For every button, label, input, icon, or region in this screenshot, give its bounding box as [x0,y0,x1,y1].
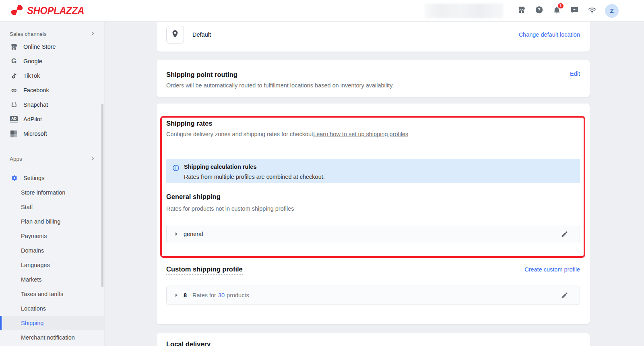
sidebar-item-online-store[interactable]: Online Store [0,39,104,54]
sidebar: Sales channels Online Store G Google Tik… [0,22,105,346]
edit-profile-button[interactable] [561,230,568,238]
sidebar-item-merchant-notification[interactable]: Merchant notification [0,330,104,345]
storefront-button[interactable] [512,2,530,20]
adpilot-icon: AD [10,116,18,122]
tiktok-icon [10,73,18,79]
sub-item-label: Taxes and tariffs [21,291,63,297]
messages-button[interactable] [566,2,583,20]
sidebar-item-store-information[interactable]: Store information [0,185,104,200]
sub-item-label: Store information [21,189,65,196]
location-pin-icon [171,29,180,40]
sidebar-section-apps[interactable]: Apps [0,153,104,164]
apps-label: Apps [10,156,22,162]
google-icon: G [10,57,18,65]
help-button[interactable]: ? [530,2,548,20]
products-count: 30 [218,292,225,298]
sidebar-item-label: Microsoft [23,131,47,137]
local-delivery-card: Local delivery [157,333,590,346]
custom-shipping-profile-title: Custom shipping profile [166,265,243,273]
edit-link[interactable]: Edit [570,70,580,77]
sub-item-label: Payments [21,233,47,239]
sub-item-label: Domains [21,247,44,254]
sidebar-item-payments[interactable]: Payments [0,229,104,243]
sidebar-item-plan-and-billing[interactable]: Plan and billing [0,214,104,229]
sidebar-item-languages[interactable]: Languages [0,258,104,272]
storefront-icon [10,43,18,51]
description-text: Configure delivery zones and shipping ra… [166,131,313,137]
shoplazza-logo-text: SHOPLAZZA [27,5,84,17]
shipping-rates-card: Shipping rates Configure delivery zones … [157,104,590,324]
sidebar-item-snapchat[interactable]: Snapchat [0,97,104,112]
section-title: Shipping point routing [166,71,237,79]
section-title: Shipping rates [166,120,213,127]
sidebar-item-microsoft[interactable]: Microsoft [0,126,104,141]
sidebar-item-label: TikTok [23,73,40,79]
sub-item-label: Languages [21,262,50,268]
sidebar-section-sales-channels[interactable]: Sales channels [0,28,104,39]
profile-row-label: general [184,231,203,237]
shoplazza-logo-icon [10,4,23,18]
banner-text: Rates from multiple profiles are combine… [184,174,325,180]
banner-title: Shipping calculation rules [184,164,256,170]
pencil-icon [561,230,568,238]
sidebar-item-facebook[interactable]: ∞ Facebook [0,83,104,97]
chevron-right-icon [90,155,95,162]
gear-icon [10,174,18,182]
sidebar-item-label: Settings [23,175,44,181]
custom-profile-row[interactable]: 8 Rates for 30 products [166,286,580,305]
shoplazza-logo[interactable]: SHOPLAZZA [10,4,84,18]
sidebar-item-google[interactable]: G Google [0,54,104,68]
wifi-icon [588,6,597,16]
rates-count: 8 [184,292,187,298]
sidebar-scrollbar[interactable] [101,104,103,287]
sidebar-item-shipping[interactable]: Shipping [3,316,104,330]
sub-item-label: Shipping [21,320,43,326]
chevron-right-icon [90,31,95,37]
shipping-calculation-banner: Shipping calculation rules Rates from mu… [166,159,580,183]
search-input[interactable] [425,4,503,18]
user-avatar[interactable]: Z [605,4,619,18]
pencil-icon [561,292,568,299]
default-location-card: Default Change default location [157,22,590,52]
network-status-button[interactable] [583,2,601,20]
header-divider [509,6,509,16]
info-icon [172,164,180,173]
create-custom-profile-link[interactable]: Create custom profile [524,266,580,273]
storefront-icon [517,6,526,16]
sub-item-label: Markets [21,276,42,283]
change-default-location-link[interactable]: Change default location [519,31,580,38]
expand-caret-icon[interactable] [175,294,178,297]
edit-profile-button[interactable] [561,292,568,299]
sidebar-item-staff[interactable]: Staff [0,200,104,214]
rates-text: Rates for [192,292,216,298]
location-button[interactable] [166,26,184,44]
svg-text:?: ? [538,7,541,12]
sidebar-item-tiktok[interactable]: TikTok [0,68,104,83]
sidebar-item-settings[interactable]: Settings [0,171,104,185]
products-text: products [227,292,249,298]
general-shipping-subtitle: Rates for products not in custom shippin… [166,205,294,212]
chat-icon [570,6,579,16]
meta-icon: ∞ [10,86,18,95]
notification-badge: 1 [557,2,564,9]
default-location-name: Default [192,31,211,38]
top-header: SHOPLAZZA ? [0,0,644,22]
sidebar-item-locations[interactable]: Locations [0,301,104,316]
sidebar-item-label: AdPilot [23,116,42,122]
sidebar-item-domains[interactable]: Domains [0,243,104,258]
sidebar-item-label: Snapchat [23,102,48,108]
sidebar-item-adpilot[interactable]: AD AdPilot [0,112,104,126]
general-shipping-title: General shipping [166,193,221,201]
expand-caret-icon[interactable] [175,232,178,236]
sidebar-item-markets[interactable]: Markets [0,272,104,287]
sub-item-label: Staff [21,204,33,210]
sub-item-label: Locations [21,305,46,312]
learn-shipping-profiles-link[interactable]: Learn how to set up shipping profiles [313,131,408,137]
notifications-button[interactable]: 1 [548,2,566,20]
sidebar-item-label: Facebook [23,87,49,93]
sidebar-item-taxes-and-tariffs[interactable]: Taxes and tariffs [0,287,104,301]
section-title: Local delivery [166,340,580,346]
general-profile-row[interactable]: general [166,225,580,243]
sales-channels-label: Sales channels [10,31,47,37]
shipping-point-routing-card: Shipping point routing Orders will be au… [157,60,590,97]
